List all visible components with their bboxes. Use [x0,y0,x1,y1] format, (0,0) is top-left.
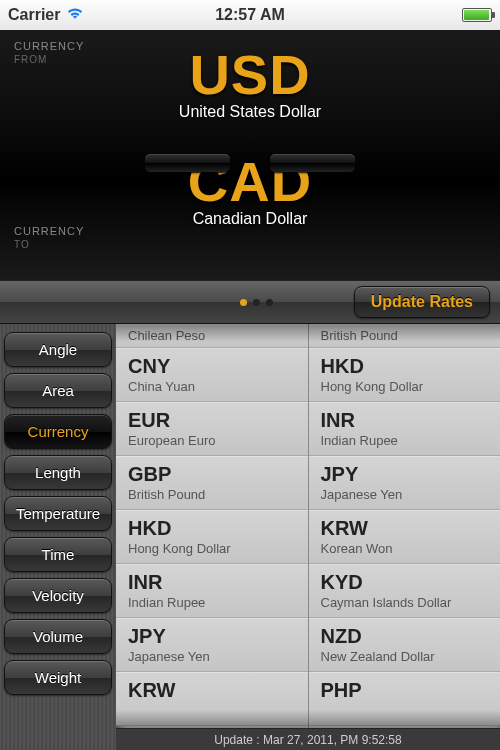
status-right [462,8,492,22]
hinge-cap-right [270,154,355,172]
main-area: AngleAreaCurrencyLengthTemperatureTimeVe… [0,324,500,750]
category-volume[interactable]: Volume [4,619,112,654]
to-name: Canadian Dollar [14,210,486,228]
from-code: USD [14,42,486,107]
currency-name: Japanese Yen [321,487,489,502]
wifi-icon [66,6,84,24]
toolbar: Update Rates [0,280,500,324]
currency-code: KRW [128,679,296,702]
currency-code: EUR [128,409,296,432]
currency-name: European Euro [128,433,296,448]
from-currency-list[interactable]: Chilean PesoCNYChina YuanEUREuropean Eur… [116,324,309,750]
currency-code: JPY [128,625,296,648]
from-list-item[interactable]: EUREuropean Euro [116,402,308,456]
currency-code: CNY [128,355,296,378]
update-rates-button[interactable]: Update Rates [354,286,490,318]
currency-code: HKD [321,355,489,378]
from-list-item[interactable]: CNYChina Yuan [116,348,308,402]
from-list-item[interactable]: Chilean Peso [116,324,308,348]
currency-code: JPY [321,463,489,486]
currency-name: Japanese Yen [128,649,296,664]
currency-name: New Zealand Dollar [321,649,489,664]
category-weight[interactable]: Weight [4,660,112,695]
to-list-item[interactable]: KYDCayman Islands Dollar [309,564,501,618]
battery-icon [462,8,492,22]
to-list-item[interactable]: JPYJapanese Yen [309,456,501,510]
from-list-item[interactable]: HKDHong Kong Dollar [116,510,308,564]
category-angle[interactable]: Angle [4,332,112,367]
from-name: United States Dollar [14,103,486,121]
to-list-item[interactable]: NZDNew Zealand Dollar [309,618,501,672]
category-time[interactable]: Time [4,537,112,572]
page-dot-3 [266,299,273,306]
currency-code: KRW [321,517,489,540]
from-currency-slot[interactable]: USD United States Dollar [14,38,486,121]
currency-name: Chilean Peso [128,328,205,343]
currency-code: PHP [321,679,489,702]
page-indicator[interactable] [240,299,273,306]
to-list-item[interactable]: HKDHong Kong Dollar [309,348,501,402]
flip-hinge [145,154,355,172]
hinge-cap-left [145,154,230,172]
to-currency-list[interactable]: British PoundHKDHong Kong DollarINRIndia… [309,324,501,750]
currency-flipboard: CURRENCY FROM USD United States Dollar C… [0,30,500,280]
to-heading: CURRENCY TO [14,225,84,250]
currency-code: INR [321,409,489,432]
currency-name: Hong Kong Dollar [321,379,489,394]
to-list-item[interactable]: PHP [309,672,501,726]
currency-code: HKD [128,517,296,540]
category-velocity[interactable]: Velocity [4,578,112,613]
currency-name: British Pound [128,487,296,502]
currency-code: GBP [128,463,296,486]
status-bar: Carrier 12:57 AM [0,0,500,30]
label-from: FROM [14,54,84,65]
currency-name: Hong Kong Dollar [128,541,296,556]
status-left: Carrier [8,6,84,24]
page-dot-1 [240,299,247,306]
from-list-item[interactable]: GBPBritish Pound [116,456,308,510]
to-list-item[interactable]: British Pound [309,324,501,348]
currency-name: Indian Rupee [128,595,296,610]
to-list-item[interactable]: KRWKorean Won [309,510,501,564]
currency-name: British Pound [321,328,398,343]
carrier-label: Carrier [8,6,60,24]
currency-name: Korean Won [321,541,489,556]
update-footer: Update : Mar 27, 2011, PM 9:52:58 [116,728,500,750]
currency-code: INR [128,571,296,594]
currency-code: KYD [321,571,489,594]
from-list-item[interactable]: KRW [116,672,308,726]
status-time: 12:57 AM [215,6,285,24]
category-length[interactable]: Length [4,455,112,490]
category-sidebar: AngleAreaCurrencyLengthTemperatureTimeVe… [0,324,116,750]
to-list-item[interactable]: INRIndian Rupee [309,402,501,456]
from-heading: CURRENCY FROM [14,40,84,65]
label-to: TO [14,239,84,250]
currency-picker: Chilean PesoCNYChina YuanEUREuropean Eur… [116,324,500,750]
from-list-item[interactable]: INRIndian Rupee [116,564,308,618]
category-currency[interactable]: Currency [4,414,112,449]
currency-name: China Yuan [128,379,296,394]
currency-code: NZD [321,625,489,648]
label-currency-2: CURRENCY [14,225,84,237]
currency-name: Cayman Islands Dollar [321,595,489,610]
category-area[interactable]: Area [4,373,112,408]
from-list-item[interactable]: JPYJapanese Yen [116,618,308,672]
currency-name: Indian Rupee [321,433,489,448]
category-temperature[interactable]: Temperature [4,496,112,531]
page-dot-2 [253,299,260,306]
label-currency: CURRENCY [14,40,84,52]
